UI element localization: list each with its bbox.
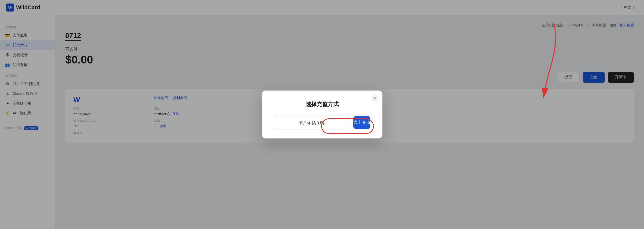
modal-close-button[interactable]: × (371, 95, 378, 102)
online-recharge-button[interactable]: 线上充值 (353, 116, 370, 129)
modal-action-buttons: 卡片余额互转 线上充值 (274, 116, 370, 129)
transfer-button[interactable]: 卡片余额互转 (274, 116, 349, 129)
red-arrow-annotation (523, 20, 564, 105)
modal-title: 选择充值方式 (274, 101, 370, 108)
modal-overlay[interactable]: × 选择充值方式 卡片余额互转 线上充值 (0, 0, 644, 229)
recharge-modal: × 选择充值方式 卡片余额互转 线上充值 (262, 91, 382, 138)
